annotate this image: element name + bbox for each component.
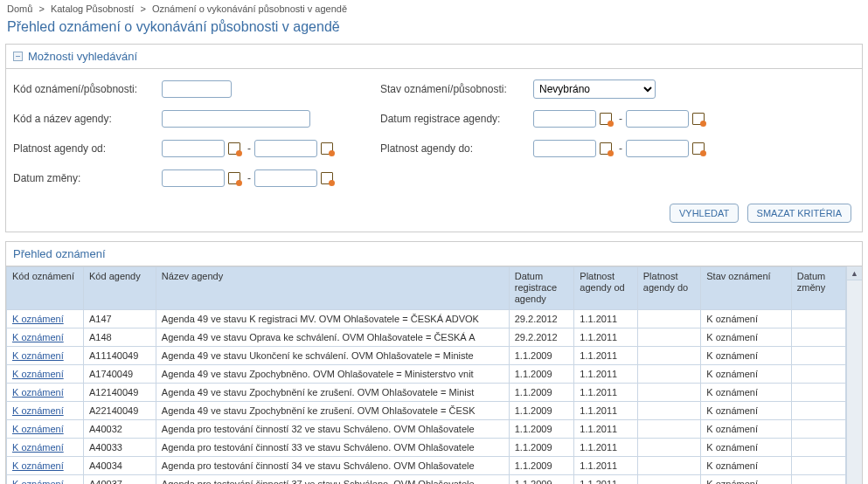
search-panel-header: – Možnosti vyhledávání: [6, 45, 862, 69]
table-header[interactable]: Stav oznámení: [701, 267, 792, 310]
table-row: K oznámeníA147Agenda 49 ve stavu K regis…: [7, 309, 846, 328]
table-scrollbar[interactable]: ▲ ▼: [846, 266, 862, 484]
scroll-up-icon[interactable]: ▲: [847, 266, 862, 280]
table-cell: A11140049: [84, 346, 156, 364]
select-stav-oznameni[interactable]: Nevybráno: [533, 80, 656, 99]
table-cell: 1.1.2009: [509, 383, 574, 401]
oznameni-link[interactable]: K oznámení: [12, 332, 64, 342]
input-platnost-od-to[interactable]: [254, 140, 317, 157]
table-cell: [791, 346, 845, 364]
vyhledat-button[interactable]: VYHLEDAT: [670, 204, 739, 223]
oznameni-link[interactable]: K oznámení: [12, 479, 64, 484]
table-cell: Agenda 49 ve stavu K registraci MV. OVM …: [156, 309, 509, 328]
table-cell: 1.1.2011: [574, 456, 637, 474]
calendar-icon[interactable]: [321, 142, 333, 155]
input-platnost-od-from[interactable]: [162, 140, 225, 157]
smazat-kriteria-button[interactable]: SMAZAT KRITÉRIA: [747, 204, 851, 223]
table-cell: Agenda 49 ve stavu Ukončení ke schválení…: [156, 346, 509, 364]
table-cell: [791, 328, 845, 346]
calendar-icon[interactable]: [692, 113, 705, 125]
table-cell: 1.1.2009: [509, 346, 574, 364]
table-cell: 1.1.2009: [509, 456, 574, 474]
oznameni-link[interactable]: K oznámení: [12, 369, 64, 379]
input-platnost-do-to[interactable]: [626, 140, 689, 157]
collapse-icon[interactable]: –: [13, 52, 23, 61]
table-cell: [791, 419, 845, 438]
input-datum-registrace-to[interactable]: [626, 110, 689, 128]
table-header[interactable]: Název agendy: [156, 267, 509, 310]
input-platnost-do-from[interactable]: [533, 140, 596, 157]
input-datum-zmeny-from[interactable]: [162, 169, 225, 187]
table-cell: Agenda pro testování činností 34 ve stav…: [156, 456, 509, 474]
table-cell: Agenda pro testování činností 37 ve stav…: [156, 474, 509, 484]
table-cell: 1.1.2011: [574, 364, 637, 383]
table-header[interactable]: Platnost agendy do: [637, 267, 700, 310]
oznameni-link[interactable]: K oznámení: [12, 314, 64, 324]
table-cell: 1.1.2011: [574, 419, 637, 438]
calendar-icon[interactable]: [600, 142, 612, 155]
table-header[interactable]: Kód oznámení: [7, 267, 84, 310]
results-table-wrap: Kód oznámeníKód agendyNázev agendyDatum …: [6, 266, 862, 484]
table-cell: 29.2.2012: [509, 328, 574, 346]
table-header[interactable]: Platnost agendy od: [574, 267, 637, 310]
table-cell: A40037: [84, 474, 156, 484]
table-cell: A40034: [84, 456, 156, 474]
input-kod-oznameni[interactable]: [162, 80, 232, 98]
oznameni-link[interactable]: K oznámení: [12, 424, 64, 434]
results-panel-title: Přehled oznámení: [13, 247, 106, 260]
range-sep: -: [247, 142, 251, 155]
oznameni-link[interactable]: K oznámení: [12, 442, 64, 453]
table-row: K oznámeníA22140049Agenda 49 ve stavu Zp…: [7, 401, 846, 419]
oznameni-link[interactable]: K oznámení: [12, 405, 64, 416]
range-sep: -: [619, 113, 622, 125]
table-cell: 1.1.2009: [509, 438, 574, 456]
oznameni-link[interactable]: K oznámení: [12, 460, 64, 471]
breadcrumb-item[interactable]: Domů: [7, 3, 32, 14]
table-cell: [791, 438, 845, 456]
table-cell: [637, 346, 700, 364]
table-cell: [791, 401, 845, 419]
results-panel-header: Přehled oznámení: [6, 242, 862, 266]
calendar-icon[interactable]: [600, 113, 612, 125]
table-row: K oznámeníA11140049Agenda 49 ve stavu Uk…: [7, 346, 846, 364]
input-datum-registrace-from[interactable]: [533, 110, 596, 128]
calendar-icon[interactable]: [228, 142, 240, 155]
input-datum-zmeny-to[interactable]: [254, 169, 317, 187]
table-cell: A147: [84, 309, 156, 328]
breadcrumb-item[interactable]: Katalog Působností: [51, 3, 134, 14]
label-datum-zmeny: Datum změny:: [13, 172, 162, 184]
label-kod-nazev-agendy: Kód a název agendy:: [13, 113, 162, 125]
label-datum-registrace: Datum registrace agendy:: [380, 113, 533, 125]
input-kod-nazev-agendy[interactable]: [162, 110, 310, 128]
table-row: K oznámeníA148Agenda 49 ve stavu Oprava …: [7, 328, 846, 346]
table-cell: A12140049: [84, 383, 156, 401]
table-row: K oznámeníA40033Agenda pro testování čin…: [7, 438, 846, 456]
table-cell: Agenda pro testování činností 32 ve stav…: [156, 419, 509, 438]
table-cell: A40033: [84, 438, 156, 456]
oznameni-link[interactable]: K oznámení: [12, 350, 64, 361]
breadcrumb-sep: >: [38, 3, 44, 14]
oznameni-link[interactable]: K oznámení: [12, 387, 64, 398]
label-stav-oznameni: Stav oznámení/působnosti:: [380, 83, 533, 95]
table-cell: K oznámení: [701, 364, 792, 383]
table-cell: 1.1.2011: [574, 346, 637, 364]
table-cell: 1.1.2009: [509, 401, 574, 419]
page-title: Přehled oznámení o vykonávání působnosti…: [0, 17, 868, 44]
calendar-icon[interactable]: [321, 172, 333, 184]
table-header[interactable]: Kód agendy: [84, 267, 156, 310]
table-header[interactable]: Datum registrace agendy: [509, 267, 574, 310]
table-header[interactable]: Datum změny: [791, 267, 845, 310]
results-panel: Přehled oznámení Kód oznámeníKód agendyN…: [5, 241, 863, 484]
breadcrumb-sep: >: [140, 3, 145, 14]
table-cell: [791, 456, 845, 474]
table-cell: [637, 456, 700, 474]
search-panel-title: Možnosti vyhledávání: [28, 50, 137, 63]
label-kod-oznameni: Kód oznámení/působnosti:: [13, 83, 162, 95]
table-cell: K oznámení: [701, 456, 792, 474]
table-cell: 1.1.2011: [574, 438, 637, 456]
calendar-icon[interactable]: [228, 172, 240, 184]
table-cell: Agenda pro testování činností 33 ve stav…: [156, 438, 509, 456]
calendar-icon[interactable]: [692, 142, 705, 155]
table-cell: [637, 419, 700, 438]
range-sep: -: [619, 142, 622, 155]
